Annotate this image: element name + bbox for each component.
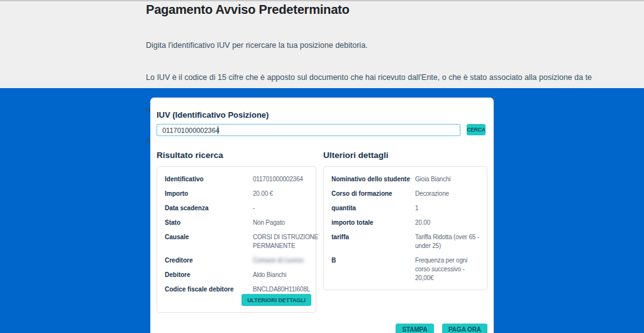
action-bar: STAMPA PAGA ORA <box>150 323 487 333</box>
row-value: Tariffa Ridotta (over 65 - under 25) <box>415 233 479 251</box>
table-row: Debitore Aldo Bianchi <box>165 271 308 279</box>
row-label: importo totale <box>331 218 415 227</box>
details-heading: Ulteriori dettagli <box>323 150 389 160</box>
intro-line: Digita l'identificativo IUV per ricercar… <box>146 40 498 51</box>
row-value: Non Pagato <box>253 218 285 227</box>
row-value-redacted: Comune di Livorno <box>253 256 304 265</box>
row-value: Aldo Bianchi <box>253 271 286 279</box>
row-label: Debitore <box>165 271 253 279</box>
row-value: Gioia Bianchi <box>415 175 450 184</box>
cerca-button[interactable]: CERCA <box>467 124 486 135</box>
text-caret <box>218 126 218 134</box>
table-row: importo totale 20.00 <box>331 218 479 227</box>
table-row: tariffa Tariffa Ridotta (over 65 - under… <box>331 233 479 251</box>
row-value: 011701000002364 <box>253 175 303 184</box>
row-value: - <box>253 204 255 213</box>
row-label: tariffa <box>331 233 415 251</box>
table-row: Creditore Comune di Livorno <box>165 256 308 265</box>
details-box: Nominativo dello studente Gioia Bianchi … <box>323 166 487 290</box>
page-title: Pagamento Avviso Predeterminato <box>146 1 498 17</box>
row-label: B <box>331 256 415 283</box>
row-value: BNCLDA80H11I608L <box>253 285 310 294</box>
table-row: Stato Non Pagato <box>165 218 308 227</box>
row-value: 20.00 € <box>253 189 273 198</box>
stampa-button[interactable]: STAMPA <box>396 324 433 333</box>
paga-ora-button[interactable]: PAGA ORA <box>442 324 487 333</box>
table-row: Corso di formazione Decorazione <box>331 189 479 198</box>
row-value: 1 <box>415 204 418 213</box>
intro-line: Lo IUV è il codice di 15 cifre che è app… <box>146 72 498 83</box>
table-row: Importo 20.00 € <box>165 189 308 198</box>
row-value: Decorazione <box>415 189 449 198</box>
row-label: Corso di formazione <box>331 189 415 198</box>
iuv-label: IUV (Identificativo Posizione) <box>157 110 269 120</box>
table-row: B Frequenza per ogni corso successivo - … <box>331 256 479 283</box>
row-label: Identificativo <box>165 175 253 184</box>
ulteriori-dettagli-button[interactable]: ULTERIORI DETTAGLI <box>242 294 311 306</box>
row-label: Causale <box>165 233 253 251</box>
result-box: Identificativo 011701000002364 Importo 2… <box>157 166 316 313</box>
result-heading: Risultato ricerca <box>157 150 223 160</box>
table-row: quantita 1 <box>331 204 479 213</box>
table-row: Data scadenza - <box>165 204 308 213</box>
row-label: Importo <box>165 189 253 198</box>
row-label: Nominativo dello studente <box>331 175 415 184</box>
row-label: Data scadenza <box>165 204 253 213</box>
table-row: Nominativo dello studente Gioia Bianchi <box>331 175 479 184</box>
row-label: quantita <box>331 204 415 213</box>
table-row: Codice fiscale debitore BNCLDA80H11I608L <box>165 285 308 294</box>
row-value: CORSI DI ISTRUZIONE PERMANENTE <box>253 233 318 251</box>
table-row: Causale CORSI DI ISTRUZIONE PERMANENTE <box>165 233 308 251</box>
header-section: Pagamento Avviso Predeterminato Digita l… <box>0 0 644 88</box>
row-label: Creditore <box>165 256 253 265</box>
row-value: Frequenza per ogni corso successivo - 20… <box>415 256 467 283</box>
row-label: Stato <box>165 218 253 227</box>
payment-card: IUV (Identificativo Posizione) CERCA Ris… <box>150 98 494 333</box>
iuv-input-wrap <box>157 124 460 136</box>
row-label: Codice fiscale debitore <box>165 285 253 294</box>
iuv-input[interactable] <box>157 124 460 136</box>
table-row: Identificativo 011701000002364 <box>165 175 308 184</box>
row-value: 20.00 <box>415 218 430 227</box>
